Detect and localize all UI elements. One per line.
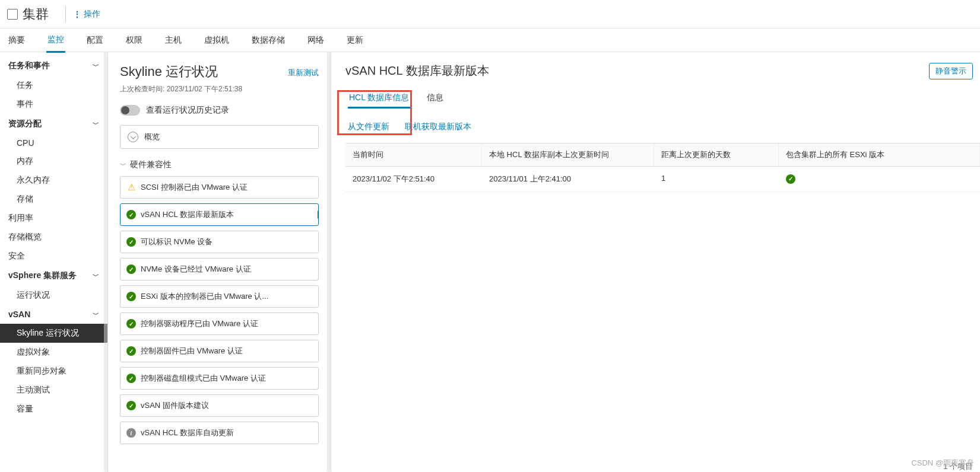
overview-card[interactable]: 概览 (120, 125, 319, 149)
health-item-label: 控制器驱动程序已由 VMware 认证 (141, 318, 258, 329)
table-header-row: 当前时间 本地 HCL 数据库副本上次更新时间 距离上次更新的天数 包含集群上的… (345, 143, 980, 167)
sidebar-item-proactive-tests[interactable]: 主动测试 (0, 381, 107, 400)
sidebar-item-cpu[interactable]: CPU (0, 134, 107, 152)
section-resource-alloc[interactable]: 资源分配 ﹀ (0, 114, 107, 134)
skyline-health-panel: Skyline 运行状况 重新测试 上次检查时间: 2023/11/02 下午2… (108, 52, 331, 472)
scrollbar[interactable] (104, 52, 107, 472)
ok-icon (126, 401, 136, 410)
divider (65, 6, 66, 23)
health-item-label: vSAN 固件版本建议 (141, 400, 209, 411)
ok-icon (126, 210, 136, 219)
section-vsphere-services[interactable]: vSphere 集群服务 ﹀ (0, 266, 107, 286)
col-includes-esxi[interactable]: 包含集群上的所有 ESXi 版本 (779, 143, 980, 166)
health-item-label: vSAN HCL 数据库自动更新 (141, 428, 234, 438)
health-item-nvme-identify[interactable]: 可以标识 NVMe 设备 (120, 231, 319, 253)
sidebar-item-skyline-health[interactable]: Skyline 运行状况 (0, 324, 107, 343)
health-item-label: NVMe 设备已经过 VMware 认证 (141, 264, 251, 275)
tab-permissions[interactable]: 权限 (125, 29, 144, 52)
ok-icon (126, 319, 136, 329)
history-toggle[interactable] (120, 105, 140, 116)
retest-link[interactable]: 重新测试 (288, 68, 319, 78)
overview-label: 概览 (144, 132, 160, 142)
ok-icon (786, 174, 795, 184)
hcl-db-table: 当前时间 本地 HCL 数据库副本上次更新时间 距离上次更新的天数 包含集群上的… (345, 143, 980, 192)
cell-days: 1 (654, 167, 779, 192)
health-item-label: SCSI 控制器已由 VMware 认证 (141, 182, 248, 193)
section-label: vSphere 集群服务 (8, 270, 77, 281)
chevron-down-icon: ﹀ (93, 120, 99, 129)
ok-icon (126, 292, 136, 301)
tab-updates[interactable]: 更新 (345, 29, 364, 52)
cell-last-update: 2023/11/01 上午2:41:00 (482, 167, 654, 192)
sidebar-item-security[interactable]: 安全 (0, 247, 107, 266)
health-item-label: 控制器磁盘组模式已由 VMware 认证 (141, 373, 266, 384)
actions-menu[interactable]: 操作 (73, 9, 100, 20)
col-days-since[interactable]: 距离上次更新的天数 (654, 143, 779, 166)
health-item-controller-firmware[interactable]: 控制器固件已由 VMware 认证 (120, 340, 319, 362)
sidebar: 任务和事件 ﹀ 任务 事件 资源分配 ﹀ CPU 内存 永久内存 存储 利用率 … (0, 52, 108, 472)
section-vsan[interactable]: vSAN ﹀ (0, 305, 107, 324)
section-label: 资源分配 (8, 119, 42, 129)
health-item-label: 可以标识 NVMe 设备 (141, 237, 213, 247)
health-item-nvme-cert[interactable]: NVMe 设备已经过 VMware 认证 (120, 258, 319, 280)
sidebar-item-events[interactable]: 事件 (0, 95, 107, 114)
tab-networks[interactable]: 网络 (306, 29, 325, 52)
cell-includes-all (779, 167, 980, 192)
history-toggle-label: 查看运行状况历史记录 (146, 105, 229, 116)
subtab-hcl-db-info[interactable]: HCL 数据库信息 (348, 89, 410, 109)
action-links-row: 从文件更新 联机获取最新版本 (345, 122, 980, 132)
detail-title: vSAN HCL 数据库最新版本 (345, 63, 489, 79)
section-tasks-events[interactable]: 任务和事件 ﹀ (0, 56, 107, 76)
tab-hosts[interactable]: 主机 (164, 29, 183, 52)
sidebar-item-pmem[interactable]: 永久内存 (0, 171, 107, 190)
skyline-title: Skyline 运行状况 (120, 63, 218, 81)
tab-vms[interactable]: 虚拟机 (203, 29, 230, 52)
health-item-diskgroup-mode[interactable]: 控制器磁盘组模式已由 VMware 认证 (120, 367, 319, 390)
update-from-file-link[interactable]: 从文件更新 (348, 122, 389, 132)
tab-configure[interactable]: 配置 (85, 29, 104, 52)
section-label: 任务和事件 (8, 60, 50, 71)
health-item-hcl-db[interactable]: vSAN HCL 数据库最新版本 (120, 203, 319, 226)
col-current-time[interactable]: 当前时间 (345, 143, 482, 166)
chevron-down-icon: ﹀ (120, 161, 126, 170)
tab-summary[interactable]: 摘要 (7, 29, 26, 52)
silence-alert-button[interactable]: 静音警示 (929, 63, 973, 79)
group-label: 硬件兼容性 (130, 160, 172, 170)
ok-icon (126, 237, 136, 247)
health-item-scsi[interactable]: SCSI 控制器已由 VMware 认证 (120, 176, 319, 199)
sidebar-item-health-status[interactable]: 运行状况 (0, 286, 107, 305)
watermark: CSDN @雨夜寒舟 (911, 458, 974, 468)
sidebar-item-virtual-objects[interactable]: 虚拟对象 (0, 343, 107, 362)
detail-subtabs: HCL 数据库信息 信息 (345, 89, 980, 109)
tab-monitor[interactable]: 监控 (46, 28, 65, 53)
item-count-label: 1 个项目 (345, 453, 980, 472)
sidebar-item-memory[interactable]: 内存 (0, 152, 107, 171)
tab-datastores[interactable]: 数据存储 (250, 29, 286, 52)
chevron-down-icon: ﹀ (93, 62, 99, 71)
health-item-firmware-rec[interactable]: vSAN 固件版本建议 (120, 394, 319, 417)
chevron-down-icon: ﹀ (93, 272, 99, 280)
health-item-controller-driver[interactable]: 控制器驱动程序已由 VMware 认证 (120, 312, 319, 335)
hardware-compat-group[interactable]: ﹀ 硬件兼容性 (108, 160, 331, 176)
ok-icon (126, 346, 136, 356)
health-check-list: SCSI 控制器已由 VMware 认证 vSAN HCL 数据库最新版本 可以… (108, 176, 331, 472)
get-latest-online-link[interactable]: 联机获取最新版本 (405, 122, 471, 132)
ok-icon (126, 264, 136, 274)
sidebar-item-storage[interactable]: 存储 (0, 190, 107, 209)
actions-label: 操作 (84, 9, 100, 20)
sidebar-item-tasks[interactable]: 任务 (0, 76, 107, 95)
chevron-down-icon: ﹀ (93, 310, 99, 319)
sidebar-item-resync-objects[interactable]: 重新同步对象 (0, 362, 107, 381)
info-icon (126, 428, 136, 438)
scrollbar[interactable] (327, 52, 331, 472)
col-last-update[interactable]: 本地 HCL 数据库副本上次更新时间 (482, 143, 654, 166)
table-row[interactable]: 2023/11/02 下午2:51:40 2023/11/01 上午2:41:0… (345, 167, 980, 192)
sidebar-item-utilization[interactable]: 利用率 (0, 209, 107, 228)
sidebar-item-storage-overview[interactable]: 存储概览 (0, 228, 107, 247)
health-item-hcl-autoupdate[interactable]: vSAN HCL 数据库自动更新 (120, 422, 319, 444)
cell-current-time: 2023/11/02 下午2:51:40 (345, 167, 482, 192)
health-item-esxi-controller[interactable]: ESXi 版本的控制器已由 VMware 认... (120, 285, 319, 308)
sidebar-item-capacity[interactable]: 容量 (0, 400, 107, 419)
subtab-info[interactable]: 信息 (426, 89, 445, 109)
ok-icon (126, 374, 136, 383)
